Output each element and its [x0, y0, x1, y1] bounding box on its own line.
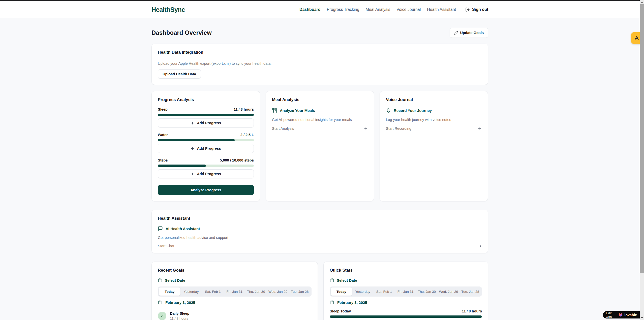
progress-analysis-card: Progress Analysis Sleep 11 / 8 hours Add… — [151, 91, 260, 201]
nav-meal-analysis[interactable]: Meal Analysis — [365, 7, 390, 12]
start-recording-action[interactable]: Start Recording — [386, 126, 482, 131]
steps-value: 5,000 / 10,000 steps — [220, 158, 254, 162]
sleep-metric: Sleep 11 / 8 hours Add Progress — [158, 107, 254, 127]
page-title: Dashboard Overview — [151, 29, 212, 36]
sleep-label: Sleep — [158, 107, 168, 111]
nav-dashboard[interactable]: Dashboard — [299, 7, 321, 12]
scrollbar-down-arrow[interactable] — [640, 316, 644, 320]
plus-icon — [191, 121, 194, 125]
recent-goals-date-tabs: Today Yesterday Sat, Feb 1 Fri, Jan 31 T… — [158, 286, 312, 297]
app-logo[interactable]: HealthSync — [151, 6, 185, 13]
health-assistant-description: Get personalized health advice and suppo… — [158, 236, 482, 240]
health-assistant-title: Health Assistant — [158, 216, 482, 221]
lovable-prefix: Edit with — [606, 311, 617, 319]
quick-stats-card: Quick Stats Select Date Today Yesterday … — [323, 262, 488, 320]
start-chat-action[interactable]: Start Chat — [158, 244, 482, 248]
quick-stats-date-tabs: Today Yesterday Sat, Feb 1 Fri, Jan 31 T… — [330, 286, 482, 297]
pencil-icon — [454, 31, 458, 35]
calendar-icon — [158, 278, 162, 282]
tab-yesterday[interactable]: Yesterday — [180, 287, 202, 296]
water-value: 2 / 2.5 L — [240, 133, 254, 137]
recent-goals-card: Recent Goals Select Date Today Yesterday… — [151, 262, 318, 320]
sleep-add-progress-button[interactable]: Add Progress — [158, 118, 254, 127]
meal-analysis-card: Meal Analysis Analyze Your Meals Get AI-… — [266, 91, 374, 201]
meal-analysis-description: Get AI-powered nutritional insights for … — [272, 118, 368, 122]
main-nav: Dashboard Progress Tracking Meal Analysi… — [299, 7, 488, 12]
lovable-brand: lovable — [624, 313, 637, 317]
tab-fri-jan-31[interactable]: Fri, Jan 31 — [224, 287, 245, 296]
sleep-value: 11 / 8 hours — [234, 107, 254, 111]
health-data-description: Upload your Apple Health export (export.… — [158, 61, 482, 66]
recent-goals-selected-date[interactable]: February 3, 2025 — [158, 300, 312, 305]
microphone-icon — [386, 108, 391, 113]
record-your-journey-link[interactable]: Record Your Journey — [386, 108, 482, 113]
heart-gradient-icon — [619, 313, 623, 317]
goal-name: Daily Sleep — [170, 311, 189, 315]
tab-yesterday[interactable]: Yesterday — [352, 287, 374, 296]
tab-today[interactable]: Today — [159, 287, 180, 296]
quick-stats-select-date[interactable]: Select Date — [330, 278, 482, 282]
sleep-today-progress-bar — [330, 315, 482, 318]
sign-out-label: Sign out — [472, 7, 488, 12]
goal-item-daily-sleep: Daily Sleep 11 / 8 hours — [158, 311, 312, 320]
vertical-scrollbar[interactable] — [640, 0, 644, 320]
main-content: Dashboard Overview Update Goals Health D… — [151, 28, 488, 320]
quick-stats-title: Quick Stats — [330, 268, 482, 273]
extension-a-logo-icon — [634, 35, 640, 41]
water-add-progress-button[interactable]: Add Progress — [158, 144, 254, 153]
health-data-title: Health Data Integration — [158, 50, 482, 55]
scrollbar-thumb[interactable] — [640, 4, 644, 273]
goal-value: 11 / 8 hours — [170, 316, 189, 320]
tab-wed-jan-29[interactable]: Wed, Jan 29 — [267, 287, 289, 296]
calendar-icon — [330, 300, 334, 305]
chat-bubble-icon — [158, 226, 163, 231]
steps-progress-bar — [158, 165, 254, 167]
sleep-progress-bar — [158, 114, 254, 116]
sleep-today-label: Sleep Today — [330, 309, 351, 313]
health-assistant-card: Health Assistant AI Health Assistant Get… — [151, 210, 488, 253]
calendar-icon — [158, 300, 162, 305]
steps-add-progress-button[interactable]: Add Progress — [158, 169, 254, 178]
voice-journal-card: Voice Journal Record Your Journey Log yo… — [380, 91, 488, 201]
water-progress-bar — [158, 139, 254, 141]
tab-fri-jan-31[interactable]: Fri, Jan 31 — [395, 287, 416, 296]
upload-health-data-button[interactable]: Upload Health Data — [158, 69, 201, 79]
nav-progress-tracking[interactable]: Progress Tracking — [327, 7, 359, 12]
page-viewport: HealthSync Dashboard Progress Tracking M… — [0, 1, 640, 320]
tab-sat-feb-1[interactable]: Sat, Feb 1 — [202, 287, 224, 296]
log-out-icon — [465, 7, 470, 12]
recent-goals-select-date[interactable]: Select Date — [158, 278, 312, 282]
goal-completed-check-icon — [158, 312, 166, 320]
ai-health-assistant-link[interactable]: AI Health Assistant — [158, 226, 482, 231]
plus-icon — [191, 147, 194, 150]
nav-voice-journal[interactable]: Voice Journal — [396, 7, 421, 12]
tab-tue-jan-28[interactable]: Tue, Jan 28 — [459, 287, 481, 296]
recent-goals-title: Recent Goals — [158, 268, 312, 273]
scrollbar-up-arrow[interactable] — [640, 0, 644, 4]
nav-health-assistant[interactable]: Health Assistant — [427, 7, 456, 12]
arrow-right-icon — [478, 126, 482, 131]
plus-icon — [191, 172, 194, 176]
meal-analysis-title: Meal Analysis — [272, 97, 368, 102]
health-data-integration-card: Health Data Integration Upload your Appl… — [151, 44, 488, 85]
tab-sat-feb-1[interactable]: Sat, Feb 1 — [373, 287, 395, 296]
calendar-icon — [330, 278, 334, 282]
tab-tue-jan-28[interactable]: Tue, Jan 28 — [289, 287, 311, 296]
quick-stats-selected-date[interactable]: February 3, 2025 — [330, 300, 482, 305]
start-analysis-action[interactable]: Start Analysis — [272, 126, 368, 131]
progress-analysis-title: Progress Analysis — [158, 97, 254, 102]
tab-thu-jan-30[interactable]: Thu, Jan 30 — [245, 287, 267, 296]
sign-out-button[interactable]: Sign out — [465, 7, 488, 12]
edit-with-lovable-badge[interactable]: Edit with lovable × — [603, 311, 644, 318]
update-goals-button[interactable]: Update Goals — [450, 28, 488, 38]
analyze-your-meals-link[interactable]: Analyze Your Meals — [272, 108, 368, 113]
tab-wed-jan-29[interactable]: Wed, Jan 29 — [438, 287, 460, 296]
utensils-icon — [272, 108, 277, 113]
analyze-progress-button[interactable]: Analyze Progress — [158, 185, 254, 195]
voice-journal-description: Log your health journey with voice notes — [386, 118, 482, 122]
tab-thu-jan-30[interactable]: Thu, Jan 30 — [416, 287, 438, 296]
tab-today[interactable]: Today — [331, 287, 352, 296]
sleep-today-row: Sleep Today 11 / 8 hours — [330, 309, 482, 313]
steps-label: Steps — [158, 158, 168, 162]
voice-journal-title: Voice Journal — [386, 97, 482, 102]
